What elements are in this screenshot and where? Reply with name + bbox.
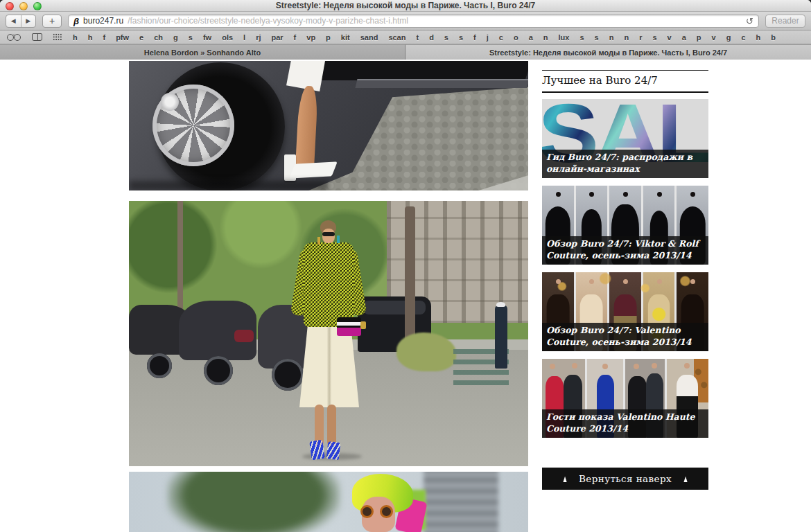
- blue-sandal: [309, 440, 325, 460]
- bookmark-item[interactable]: a: [529, 33, 533, 42]
- policeman-figure: [495, 305, 507, 369]
- address-bar[interactable]: β buro247.ru /fashion/our-choice/streets…: [68, 15, 759, 28]
- car-sill: [356, 79, 528, 88]
- back-to-top-button[interactable]: ▲ Вернуться наверх ▲: [542, 468, 708, 490]
- forward-button[interactable]: ▶: [21, 15, 36, 27]
- bookmark-item[interactable]: p: [326, 33, 331, 42]
- new-tab-button[interactable]: +: [42, 15, 62, 28]
- back-button[interactable]: ◀: [6, 15, 21, 27]
- chartreuse-checkered-blouse: [304, 242, 354, 327]
- bookmark-item[interactable]: l: [243, 33, 245, 42]
- page-content: Лучшее на Buro 24/7 SALE Гид Buro 24/7: …: [0, 60, 811, 532]
- round-sunglasses-lens: [380, 505, 393, 518]
- turquoise-earring: [337, 236, 340, 243]
- van-windshield: [363, 301, 426, 314]
- bookmark-item[interactable]: g: [173, 33, 178, 42]
- bookmark-item[interactable]: par: [271, 33, 283, 42]
- bookmark-item[interactable]: s: [189, 33, 193, 42]
- url-path: /fashion/our-choice/streetstyle-nedelya-…: [128, 16, 742, 26]
- top-sites-icon[interactable]: [53, 33, 62, 41]
- bookmark-item[interactable]: c: [499, 33, 503, 42]
- tree-trunk: [177, 201, 183, 317]
- sidebar-link-valentino-couture[interactable]: Обзор Buro 24/7: Valentino Couture, осен…: [542, 272, 708, 351]
- bookmark-item[interactable]: scan: [388, 33, 406, 42]
- bookmark-item[interactable]: f: [294, 33, 297, 42]
- sidebar-item-caption: Обзор Buro 24/7: Valentino Couture, осен…: [542, 323, 708, 351]
- bookmark-item[interactable]: kit: [341, 33, 350, 42]
- reload-icon[interactable]: ↻: [746, 16, 753, 26]
- bookmark-item[interactable]: s: [652, 33, 656, 42]
- bookmark-item[interactable]: e: [139, 33, 143, 42]
- motorcycle-wheel: [204, 356, 233, 385]
- sidebar-item-caption: Гости показа Valentino Haute Couture 201…: [542, 409, 708, 438]
- bookmark-item[interactable]: s: [579, 33, 584, 42]
- bookmark-item[interactable]: vp: [306, 33, 315, 42]
- bookmarks-menu-icon[interactable]: [32, 33, 42, 41]
- bookmark-item[interactable]: n: [609, 33, 614, 42]
- bookmark-item[interactable]: s: [444, 33, 448, 42]
- cream-culottes: [299, 324, 359, 407]
- bookmark-item[interactable]: sand: [360, 33, 378, 42]
- bookmark-item[interactable]: n: [624, 33, 629, 42]
- tab-streetstyle-active[interactable]: Streetstyle: Неделя высокой моды в Париж…: [406, 44, 811, 60]
- reading-list-icon[interactable]: [6, 34, 21, 40]
- article-photo-street-look: [129, 201, 528, 466]
- police-cap: [496, 302, 505, 307]
- bookmark-item[interactable]: v: [668, 33, 672, 42]
- bookmarks-bar: h h f pfw e ch g s fw ols l rj par f vp …: [0, 30, 811, 44]
- up-arrow-icon: ▲: [562, 473, 568, 484]
- bookmark-item[interactable]: a: [682, 33, 686, 42]
- tab-helena-bordon[interactable]: Helena Bordon » Sonhando Alto: [0, 44, 406, 60]
- bookmark-item[interactable]: h: [73, 33, 78, 42]
- model-leg: [327, 405, 336, 446]
- title-bar: Streetstyle: Неделя высокой моды в Париж…: [0, 0, 811, 12]
- bookmark-item[interactable]: c: [741, 33, 745, 42]
- bookmark-item[interactable]: p: [697, 33, 701, 42]
- bookmark-item[interactable]: j: [487, 33, 489, 42]
- window-title: Streetstyle: Неделя высокой моды в Париж…: [0, 1, 811, 10]
- sidebar-item-caption: Обзор Buro 24/7: Viktor & Rolf Couture, …: [542, 236, 708, 265]
- bookmark-item[interactable]: b: [771, 33, 776, 42]
- sidebar-top-rule: [542, 70, 708, 71]
- bookmark-item[interactable]: f: [473, 33, 476, 42]
- motorcycle-wheel: [272, 359, 304, 391]
- bookmark-item[interactable]: lux: [559, 33, 570, 42]
- car-door-opening: [313, 61, 528, 80]
- reader-button[interactable]: Reader: [765, 15, 805, 28]
- bookmark-item[interactable]: rj: [256, 33, 261, 42]
- chandelier-bokeh: [542, 272, 708, 308]
- bookmark-item[interactable]: s: [595, 33, 599, 42]
- bookmark-item[interactable]: s: [459, 33, 463, 42]
- bookmark-item[interactable]: fw: [203, 33, 211, 42]
- white-sandal-strap: [289, 161, 338, 178]
- bookmark-item[interactable]: h: [756, 33, 761, 42]
- bookmark-item[interactable]: pfw: [116, 33, 129, 42]
- sidebar-heading: Лучшее на Buro 24/7: [542, 74, 708, 87]
- bookmark-item[interactable]: d: [429, 33, 434, 42]
- bookmark-item[interactable]: ch: [154, 33, 163, 42]
- url-domain: buro247.ru: [83, 16, 123, 26]
- bookmark-item[interactable]: f: [103, 33, 105, 42]
- sidebar-heading-rule: [542, 91, 708, 93]
- history-nav-control: ◀ ▶: [6, 15, 36, 28]
- sidebar-item-caption: Гид Buro 24/7: распродажи в онлайн-магаз…: [542, 150, 708, 178]
- bookmark-item[interactable]: g: [726, 33, 731, 42]
- bookmark-item[interactable]: r: [639, 33, 642, 42]
- browser-window: Streetstyle: Неделя высокой моды в Париж…: [0, 0, 811, 532]
- sidebar-link-viktor-rolf[interactable]: Обзор Buro 24/7: Viktor & Rolf Couture, …: [542, 186, 708, 265]
- blurred-building: [424, 472, 498, 532]
- magenta-clutch: [337, 317, 361, 336]
- sidebar-link-valentino-guests[interactable]: Гости показа Valentino Haute Couture 201…: [542, 359, 708, 438]
- bookmark-item[interactable]: h: [88, 33, 93, 42]
- bookmark-item[interactable]: t: [416, 33, 419, 42]
- bookmark-item[interactable]: v: [712, 33, 716, 42]
- browser-toolbar: ◀ ▶ + β buro247.ru /fashion/our-choice/s…: [0, 12, 811, 30]
- round-sunglasses-lens: [360, 505, 374, 518]
- up-arrow-icon: ▲: [683, 473, 689, 484]
- back-to-top-label: Вернуться наверх: [579, 473, 672, 484]
- bookmark-item[interactable]: n: [543, 33, 548, 42]
- article-photo-neon-hair: [129, 472, 528, 532]
- bookmark-item[interactable]: ols: [222, 33, 233, 42]
- sidebar-link-sale-guide[interactable]: SALE Гид Buro 24/7: распродажи в онлайн-…: [542, 99, 708, 178]
- bookmark-item[interactable]: o: [514, 33, 518, 42]
